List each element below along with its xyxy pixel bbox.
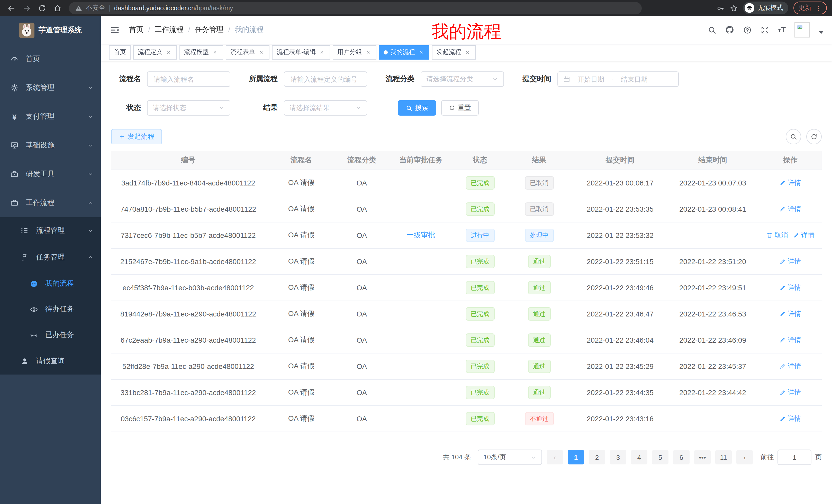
security-label[interactable]: 不安全 [86,4,105,12]
close-icon[interactable]: × [258,49,265,56]
close-icon[interactable]: × [464,49,471,56]
breadcrumb-current: 我的流程 [235,25,263,34]
breadcrumb-separator: / [228,26,230,34]
tab-process-form[interactable]: 流程表单× [226,45,269,59]
row-actions: 详情 [759,335,822,345]
more-pages-button[interactable]: ••• [694,450,711,465]
sidebar-item-system[interactable]: 系统管理 [0,74,101,102]
tab-start-process[interactable]: 发起流程× [432,45,476,59]
page-button[interactable]: 3 [610,450,626,465]
close-icon[interactable]: × [165,49,172,56]
update-button[interactable]: 更新 ⋮ [794,2,827,15]
page-size-select[interactable]: 10条/页 [478,450,542,465]
avatar[interactable] [795,22,810,37]
status-select[interactable]: 请选择状态 [147,100,230,116]
sidebar-item-task-mgmt[interactable]: 任务管理 [0,244,101,271]
close-icon[interactable]: × [365,49,372,56]
detail-link[interactable]: 详情 [780,388,801,397]
hamburger-icon[interactable] [110,25,120,35]
magnifier-icon [406,105,412,111]
key-icon[interactable] [716,4,725,12]
current-task-link[interactable]: 一级审批 [407,231,435,239]
breadcrumb-home[interactable]: 首页 [129,25,144,34]
cancel-link[interactable]: 取消 [766,231,788,240]
prev-page-button[interactable]: ‹ [547,450,563,465]
detail-link[interactable]: 详情 [780,178,801,188]
next-page-button[interactable]: › [736,450,753,465]
detail-link[interactable]: 详情 [780,204,801,214]
tab-process-model[interactable]: 流程模型× [179,45,223,59]
sidebar-item-process-mgmt[interactable]: 流程管理 [0,217,101,244]
help-icon[interactable] [743,25,752,34]
result-select[interactable]: 请选择流结果 [284,100,367,116]
start-date-input[interactable] [573,75,608,83]
sidebar-item-todo-tasks[interactable]: 待办任务 [0,297,101,322]
sidebar-item-label: 基础设施 [26,141,87,150]
forward-icon[interactable] [21,2,33,14]
page-button[interactable]: 11 [715,450,732,465]
detail-link[interactable]: 详情 [780,257,801,266]
breadcrumb-task-mgmt[interactable]: 任务管理 [195,25,224,34]
detail-link[interactable]: 详情 [780,414,801,423]
reset-button[interactable]: 重置 [441,100,479,116]
sidebar-item-leave-query[interactable]: 请假查询 [0,348,101,374]
breadcrumb-workflow[interactable]: 工作流程 [155,25,184,34]
browser-menu-icon[interactable]: ⋮ [815,5,822,11]
detail-link[interactable]: 详情 [780,309,801,318]
sidebar-item-done-tasks[interactable]: 已办任务 [0,322,101,348]
goto-page-input[interactable] [783,453,806,461]
detail-label: 详情 [788,283,801,292]
address-bar[interactable]: 不安全 | dashboard.yudao.iocoder.cn/bpm/tas… [69,2,642,14]
table-refresh-icon[interactable] [806,129,822,144]
search-button[interactable]: 搜索 [398,100,436,116]
sidebar-item-workflow[interactable]: 工作流程 [0,189,101,217]
search-icon[interactable] [708,25,717,34]
app-logo-row[interactable]: 芋道管理系统 [0,16,101,45]
sidebar-item-label: 待办任务 [45,305,94,314]
tab-user-group[interactable]: 用户分组× [333,45,376,59]
column-header: 结束时间 [667,156,759,165]
sidebar-item-payment[interactable]: ¥支付管理 [0,102,101,131]
page-button[interactable]: 2 [589,450,605,465]
end-date-input[interactable] [617,75,652,83]
detail-link[interactable]: 详情 [793,231,814,240]
process-name-input[interactable] [153,75,225,83]
create-process-button[interactable]: 发起流程 [111,129,162,144]
page-url[interactable]: dashboard.yudao.iocoder.cn/bpm/task/my [114,4,233,11]
page-button[interactable]: 4 [631,450,647,465]
sidebar-item-devtools[interactable]: 研发工具 [0,160,101,189]
page-button[interactable]: 1 [568,450,584,465]
fullscreen-icon[interactable] [761,25,770,34]
close-icon[interactable]: × [318,49,326,56]
page-button[interactable]: 6 [673,450,690,465]
star-icon[interactable] [730,4,738,12]
tab-my-process[interactable]: 我的流程× [379,45,430,59]
close-icon[interactable]: × [211,49,218,56]
detail-link[interactable]: 详情 [780,335,801,345]
tab-home[interactable]: 首页 [109,45,131,59]
goto-page: 前往 页 [760,450,822,465]
reload-icon[interactable] [36,2,48,14]
screen: 不安全 | dashboard.yudao.iocoder.cn/bpm/tas… [0,0,832,504]
detail-link[interactable]: 详情 [780,362,801,371]
page-button[interactable]: 5 [652,450,669,465]
tab-process-form-edit[interactable]: 流程表单-编辑× [272,45,330,59]
parent-process-input[interactable] [289,75,362,83]
close-icon[interactable]: × [418,49,425,56]
sidebar-item-my-process[interactable]: 我的流程 [0,271,101,297]
tab-process-definition[interactable]: 流程定义× [133,45,177,59]
sidebar-item-home[interactable]: 首页 [0,45,101,74]
caret-down-icon[interactable] [818,31,824,34]
category-select[interactable]: 请选择流程分类 [421,72,504,87]
github-icon[interactable] [725,25,734,34]
detail-link[interactable]: 详情 [780,283,801,292]
home-icon[interactable] [51,2,64,14]
date-range-picker[interactable]: - [557,72,679,87]
sidebar-item-infrastructure[interactable]: 基础设施 [0,131,101,160]
result-badge: 通过 [528,255,550,268]
fontsize-icon[interactable]: TT [778,25,786,34]
delete-icon [766,232,773,239]
table-search-toggle-icon[interactable] [786,129,801,144]
row-actions: 详情 [759,178,822,188]
back-icon[interactable] [5,2,18,14]
